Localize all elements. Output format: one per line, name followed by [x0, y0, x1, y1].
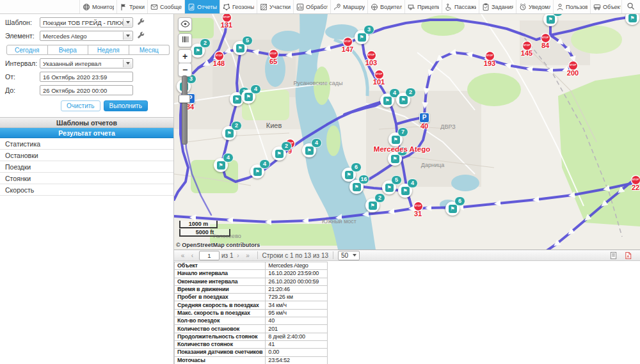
- quick-range-button[interactable]: Месяц: [129, 45, 170, 55]
- flag-marker[interactable]: ⚑4: [214, 158, 228, 172]
- table-row[interactable]: Продолжительность стоянок8 дней 2:40:00: [175, 333, 328, 340]
- stop-marker[interactable]: STOP31: [407, 202, 429, 218]
- table-row[interactable]: Окончание интервала26.10.2020 00:00:59: [175, 278, 328, 285]
- select-arrow[interactable]: [123, 59, 132, 67]
- flag-marker[interactable]: ⚑2: [222, 126, 236, 140]
- report-section-item[interactable]: Стоянки: [0, 173, 173, 184]
- export-file-button[interactable]: [609, 251, 618, 260]
- quick-range-button[interactable]: Сегодня: [6, 45, 48, 55]
- flag-marker[interactable]: ⚑3: [543, 14, 557, 26]
- tab-messages[interactable]: Сообщения: [147, 0, 184, 13]
- page-size-select[interactable]: 50: [338, 251, 360, 260]
- quick-range-button[interactable]: Вчера: [48, 45, 89, 55]
- table-row[interactable]: Макс. скорость в поездках95 км/ч: [175, 309, 328, 317]
- flag-marker[interactable]: ⚑4: [302, 143, 316, 157]
- stop-marker[interactable]: STOP22: [625, 176, 640, 191]
- tab-trailers[interactable]: Прицепы: [404, 0, 442, 13]
- zoom-in-button[interactable]: +: [178, 49, 192, 63]
- stop-marker[interactable]: STOP148: [208, 52, 230, 67]
- tab-geofences[interactable]: Геозоны: [220, 0, 257, 13]
- flag-marker[interactable]: ⚑3: [388, 152, 402, 166]
- last-page-button[interactable]: »: [243, 252, 253, 259]
- table-row[interactable]: Начало интервала16.10.2020 23:59:00: [175, 270, 328, 278]
- flag-marker[interactable]: ⚑4: [241, 90, 255, 104]
- execute-button[interactable]: Выполнить: [104, 100, 148, 111]
- flag-marker[interactable]: ⚑5: [382, 180, 396, 194]
- page-input[interactable]: [199, 251, 220, 260]
- tab-objects[interactable]: Объекты: [590, 0, 621, 13]
- flag-marker[interactable]: ⚑: [625, 14, 639, 25]
- stop-marker[interactable]: STOP103: [360, 51, 382, 67]
- report-section-item[interactable]: Остановки: [0, 150, 173, 161]
- quick-range-button[interactable]: Неделя: [88, 45, 129, 55]
- tab-notifications[interactable]: Уведомления: [516, 0, 553, 13]
- table-row[interactable]: Показания датчиков счетчиков0.00: [175, 349, 328, 356]
- stop-marker[interactable]: STOP101: [368, 70, 390, 86]
- table-row[interactable]: Время в движении21:20:46: [175, 285, 328, 293]
- report-section-item[interactable]: Скорость: [0, 184, 173, 196]
- table-row[interactable]: ОбъектMercedes Atego: [175, 262, 328, 270]
- tab-areas[interactable]: Участки: [257, 0, 293, 13]
- stop-marker[interactable]: STOP200: [562, 61, 584, 77]
- stop-marker[interactable]: STOP193: [479, 52, 500, 67]
- report-section-item[interactable]: Статистика: [0, 138, 173, 150]
- next-page-button[interactable]: ›: [234, 252, 243, 259]
- tab-reports[interactable]: Отчеты: [184, 0, 220, 13]
- export-pdf-button[interactable]: A: [624, 251, 632, 260]
- select-arrow[interactable]: [123, 32, 132, 40]
- to-date-input[interactable]: 26 Октябрь 2020 00:00: [40, 85, 133, 95]
- flag-marker[interactable]: ⚑2: [365, 198, 380, 212]
- tab-passengers[interactable]: Пассажиры: [442, 0, 479, 13]
- zoom-slider-track[interactable]: [182, 75, 188, 145]
- flag-marker[interactable]: ⚑2: [191, 44, 205, 58]
- flag-marker[interactable]: ⚑16: [349, 180, 364, 194]
- flag-marker[interactable]: ⚑6: [445, 202, 460, 216]
- clear-button[interactable]: Очистить: [61, 100, 100, 111]
- tab-drivers[interactable]: Водители: [367, 0, 404, 13]
- table-row[interactable]: Средняя скорость в поездках34 км/ч: [175, 301, 328, 309]
- tab-tracks[interactable]: Треки: [116, 0, 147, 13]
- tab-tasks[interactable]: Задания: [479, 0, 516, 13]
- report-templates-header[interactable]: Шаблоны отчетов: [0, 117, 173, 128]
- table-row[interactable]: Моточасы23:54:52: [175, 356, 328, 364]
- table-row[interactable]: Кол-во поездок40: [175, 317, 328, 325]
- map-canvas[interactable]: STOP131STOP147STOP148STOP65STOP103STOP10…: [174, 14, 640, 249]
- select-arrow[interactable]: [123, 19, 132, 26]
- from-date-input[interactable]: 16 Октябрь 2020 23:59: [40, 72, 133, 82]
- flag-marker[interactable]: ⚑2: [396, 93, 410, 107]
- element-select[interactable]: Mercedes Atego: [40, 31, 133, 41]
- stop-marker[interactable]: STOP145: [516, 42, 538, 57]
- table-row[interactable]: Пробег в поездках729.26 км: [175, 294, 328, 301]
- tab-routes[interactable]: Маршруты: [330, 0, 367, 13]
- table-row[interactable]: Количество остановок201: [175, 325, 328, 333]
- flag-marker[interactable]: ⚑3: [355, 30, 369, 44]
- parking-marker[interactable]: P40: [415, 113, 434, 130]
- report-section-item[interactable]: Поездки: [0, 161, 173, 173]
- flag-marker[interactable]: ⚑4: [380, 93, 394, 107]
- element-settings-button[interactable]: [137, 30, 145, 42]
- tab-processing[interactable]: Обработки: [293, 0, 330, 13]
- stop-marker[interactable]: STOP65: [262, 50, 284, 65]
- template-select[interactable]: Поездки ТОВ ГРЕЙД - ПЛЮС: [40, 17, 133, 28]
- report-result-header[interactable]: Результат отчета: [0, 128, 173, 138]
- table-row[interactable]: Количество стоянок41: [175, 340, 328, 348]
- stop-marker[interactable]: STOP131: [216, 14, 237, 29]
- search-button[interactable]: [621, 0, 639, 13]
- flag-marker[interactable]: ⚑2: [272, 146, 286, 161]
- interval-select[interactable]: Указанный интервал: [40, 58, 133, 68]
- flag-marker[interactable]: ⚑5: [233, 41, 247, 55]
- flag-marker[interactable]: ⚑4: [398, 184, 412, 198]
- template-settings-button[interactable]: [137, 17, 145, 28]
- prev-page-button[interactable]: ‹: [188, 252, 197, 259]
- zoom-slider-handle[interactable]: [179, 95, 190, 103]
- visibility-button[interactable]: [178, 17, 192, 31]
- first-page-button[interactable]: «: [178, 252, 188, 259]
- hatch-icon: [260, 3, 268, 11]
- tab-users[interactable]: Пользователи: [553, 0, 590, 13]
- flag-marker[interactable]: ⚑4: [250, 164, 264, 178]
- tab-monitoring[interactable]: Мониторинг: [79, 0, 116, 13]
- stop-marker[interactable]: STOP84: [534, 34, 556, 49]
- zoom-out-button[interactable]: −: [178, 63, 192, 77]
- layers-button[interactable]: [178, 33, 192, 47]
- flag-marker[interactable]: ⚑7: [388, 132, 403, 146]
